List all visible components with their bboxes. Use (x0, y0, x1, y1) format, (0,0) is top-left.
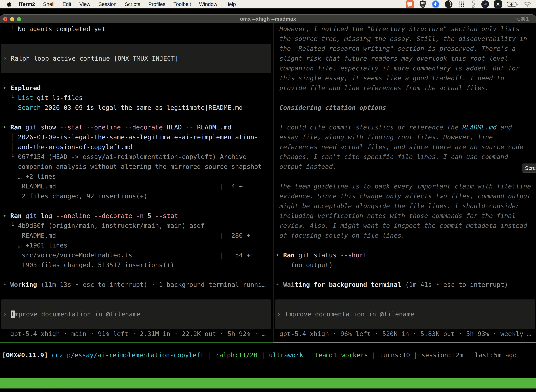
tmux-status-bar: [omx-cczip0:bash* "MacBook-Pro-44.local"… (0, 378, 536, 388)
terminal-line: └ No agents completed yet (3, 24, 273, 34)
menu-profiles[interactable]: Profiles (148, 1, 165, 7)
text-segment: status (310, 252, 340, 259)
text-segment: show (37, 124, 60, 131)
text-segment: ultrawork (269, 351, 303, 359)
terminal-line: │ and-the-erosion-of-copyleft.md (3, 142, 273, 152)
text-segment: 1903 files changed, 513517 insertions(+) (3, 261, 174, 269)
terminal-line (276, 270, 536, 280)
terminal-line: I could cite commit statistics or refere… (276, 122, 536, 132)
text-segment: ting for background terminal (295, 281, 401, 288)
wifi-icon[interactable] (523, 1, 531, 7)
text-segment: Wor (10, 281, 22, 288)
prompt-input-right[interactable]: › Improve documentation in @filename (275, 299, 535, 329)
text-segment: › (277, 311, 285, 318)
shield-grid-icon[interactable] (419, 0, 427, 9)
text-segment: └ (3, 222, 18, 229)
text-segment: --stat --oneline --decorate (60, 124, 163, 131)
text-segment: │ (3, 134, 18, 141)
text-segment: • (3, 84, 10, 92)
text-segment: › (3, 311, 11, 318)
battery-percent-icon[interactable]: ..61 (481, 0, 489, 8)
text-segment: Ralph loop active continue [OMX_TMUX_INJ… (11, 55, 178, 62)
text-segment: | (410, 351, 421, 359)
terminal-line: essay file, along with finding root file… (276, 132, 536, 142)
terminal-line: Considering citation options (276, 103, 536, 112)
text-segment (48, 351, 52, 359)
chat-bubble-icon[interactable] (406, 0, 414, 8)
squiggle-icon[interactable] (470, 0, 476, 8)
terminal-line: might be acceptable alongside the file l… (276, 201, 536, 211)
text-segment: | (258, 351, 269, 359)
menu-view[interactable]: View (79, 1, 90, 7)
terminal-line: including verification notes with those … (276, 211, 536, 221)
text-segment: └ (3, 25, 18, 33)
terminal-line: • Ran git log --oneline --decorate -n 5 … (3, 211, 273, 221)
badge-bolt-icon[interactable] (431, 0, 440, 8)
menu-iterm2[interactable]: iTerm2 (19, 1, 35, 7)
window-title: omx --xhigh --madmax (0, 15, 536, 23)
terminal-line: references need actual files, and since … (276, 142, 536, 152)
moon-contrast-icon[interactable] (445, 0, 453, 8)
menu-window[interactable]: Window (199, 1, 217, 7)
text-segment: 5 (144, 212, 155, 219)
text-segment: • (3, 281, 10, 288)
text-segment: | (204, 351, 215, 359)
terminal-line (3, 270, 273, 280)
text-segment: 2026-03-09-is-legal-the-same-as-legitima… (41, 104, 243, 111)
terminal-line (3, 34, 273, 44)
text-segment: last:5m ago (475, 351, 517, 359)
panel-line: › Improve documentation in @filename (277, 309, 414, 319)
text-segment (22, 212, 25, 219)
menu-session[interactable]: Session (98, 1, 117, 7)
pane-bottom-border-left (0, 342, 273, 343)
panel-line: › Ralph loop active continue [OMX_TMUX_I… (3, 54, 178, 63)
text-segment (295, 252, 298, 259)
text-segment (3, 104, 18, 111)
text-segment: README.md | 280 + (3, 232, 250, 239)
screen-notification-label: Scre (525, 165, 536, 171)
terminal-line: • Ran git show --stat --oneline --decora… (3, 122, 273, 132)
terminal-line: Search 2026-03-09-is-legal-the-same-as-l… (3, 103, 273, 112)
terminal-line: provide file and line references from th… (276, 83, 536, 93)
agent-pane-right[interactable]: However, I noticed the "Directory Struct… (273, 24, 536, 340)
apple-menu-icon[interactable] (6, 1, 12, 7)
ralph-status-panel[interactable]: › Ralph loop active continue [OMX_TMUX_I… (1, 44, 271, 73)
text-segment: mprove documentation in @filename (14, 311, 140, 318)
menu-scripts[interactable]: Scripts (125, 1, 140, 7)
terminal-line: 2 files changed, 92 insertions(+) (3, 191, 273, 201)
text-segment: king (22, 281, 37, 288)
text-segment: gpt-5.4 xhigh · main · 91% left · 2.31M … (3, 330, 266, 337)
terminal-line: └ 4b9d30f (origin/main, instructkr/main,… (3, 221, 273, 231)
text-segment: Ran (10, 212, 22, 219)
agent-pane-left[interactable]: └ No agents completed yet › Ralph loop a… (0, 24, 273, 340)
text-segment: session:12m (421, 351, 463, 359)
menu-shell[interactable]: Shell (43, 1, 54, 7)
screen-notification[interactable]: Scre (522, 163, 536, 173)
text-segment: git (298, 252, 310, 259)
terminal-line: └ (no output) (276, 260, 536, 270)
menu-edit[interactable]: Edit (62, 1, 71, 7)
terminal-line: │ 2026-03-09-is-legal-the-same-as-legiti… (3, 132, 273, 142)
dial-pad-icon[interactable] (458, 0, 465, 8)
terminal-line: The team guideline is to back every impo… (276, 182, 536, 191)
text-segment: Wai (283, 281, 295, 288)
prompt-input-left[interactable]: › Improve documentation in @filename (1, 299, 271, 329)
desktop: iTerm2ShellEditViewSessionScriptsProfile… (0, 0, 536, 392)
terminal-line: src/voice/voiceModeEnabled.ts | 54 + (3, 250, 273, 260)
text-segment: -- (186, 124, 193, 131)
text-segment: of focusing solely on file lines. (276, 232, 405, 239)
text-segment: turns:10 (379, 351, 410, 359)
text-segment: git (25, 212, 37, 219)
terminal-line: of focusing solely on file lines. (276, 231, 536, 240)
battery-charging-icon[interactable] (507, 2, 518, 7)
text-segment: Search (18, 104, 41, 111)
menu-help[interactable]: Help (225, 1, 236, 7)
letter-a-icon[interactable]: A (494, 0, 502, 8)
terminal-line: slight risk that future readers may over… (276, 54, 536, 63)
window-title-bar[interactable]: omx --xhigh --madmax ⌥⌘1 (0, 14, 536, 23)
terminal-line: [OMX#0.11.9] cczip/essay/ai-reimplementa… (2, 350, 517, 360)
menu-toolbelt[interactable]: Toolbelt (173, 1, 191, 7)
text-segment: companion file, especially if more comme… (276, 65, 519, 72)
text-segment: 2 files changed, 92 insertions(+) (3, 192, 148, 200)
terminal-line: README.md | 280 + (3, 231, 273, 240)
